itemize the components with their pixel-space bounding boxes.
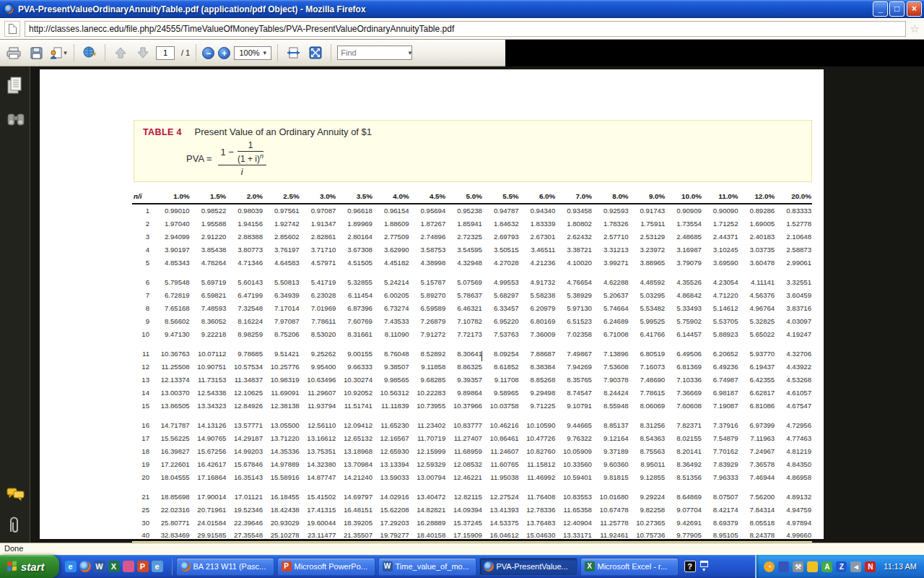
value-cell: 2.53129	[629, 230, 666, 243]
table-row: 2522.0231620.7196119.5234618.4243817.413…	[132, 503, 812, 516]
value-cell: 8.09254	[483, 347, 520, 360]
value-cell: 12.56110	[300, 418, 337, 431]
powerpoint-icon[interactable]: P	[137, 561, 149, 572]
value-cell: 9.89864	[446, 386, 483, 399]
column-header: 7.0%	[556, 191, 593, 204]
show-desktop-icon[interactable]: ▾	[700, 561, 708, 572]
value-cell: 13.86505	[154, 399, 191, 412]
minimize-button[interactable]: _	[873, 1, 888, 17]
save-button[interactable]	[27, 43, 45, 62]
value-cell: 11.60765	[483, 457, 520, 470]
value-cell: 7.16073	[629, 360, 666, 373]
value-cell: 4.86842	[666, 288, 702, 301]
value-cell: 12.15999	[410, 444, 447, 457]
table-number-label: TABLE 4	[143, 127, 182, 137]
taskbar-task-button[interactable]: PMicrosoft PowerPo...	[277, 558, 375, 576]
value-cell: 12.59329	[410, 457, 447, 470]
zoom-in-button[interactable]: +	[218, 47, 230, 59]
value-cell: 4.71220	[702, 288, 739, 301]
help-icon[interactable]: ?	[684, 561, 696, 572]
value-cell: 4.76654	[556, 275, 593, 288]
value-cell: 11.11839	[373, 399, 410, 412]
wrench-icon[interactable]: ⚒	[793, 561, 803, 572]
table-row: 1513.8650513.3432312.8492612.3813811.937…	[132, 399, 812, 412]
value-cell: 11.25778	[593, 516, 629, 529]
value-cell: 22.39646	[227, 516, 263, 529]
table-row: 1917.2260116.4261715.6784614.9788914.323…	[132, 457, 812, 470]
zone-icon[interactable]: Z	[836, 561, 847, 572]
shield-icon[interactable]	[807, 561, 818, 572]
email-button[interactable]: ▾	[49, 43, 68, 62]
url-input[interactable]	[25, 21, 906, 37]
value-cell: 2.91220	[191, 230, 227, 243]
value-cell: 5.32825	[739, 314, 776, 327]
value-cell: 5.38929	[556, 288, 593, 301]
taskbar-task-button[interactable]: BA 213 W11 (Pasc...	[176, 558, 274, 576]
value-cell: 9.12855	[629, 470, 666, 483]
firefox-icon[interactable]	[79, 561, 91, 572]
formula-inner-numerator: 1	[248, 140, 253, 150]
internet-explorer-icon[interactable]: e	[65, 561, 77, 572]
value-cell: 9.81815	[593, 470, 629, 483]
firefox-icon	[180, 561, 191, 571]
key-icon[interactable]	[123, 561, 134, 572]
period-cell: 20	[132, 470, 154, 483]
maximize-button[interactable]: □	[889, 1, 905, 17]
value-cell: 6.49506	[666, 347, 702, 360]
value-cell: 4.27028	[483, 256, 520, 269]
value-cell: 11.29607	[300, 386, 337, 399]
close-button[interactable]: ×	[907, 1, 922, 17]
previous-page-button[interactable]	[111, 43, 130, 62]
update-icon[interactable]: A	[821, 561, 832, 572]
fit-page-button[interactable]	[306, 43, 325, 62]
volume-icon[interactable]: ◄	[850, 561, 861, 572]
value-cell: 4.61057	[775, 386, 812, 399]
page-number-input[interactable]	[156, 46, 175, 60]
save-icon	[30, 47, 43, 59]
outlook-express-icon[interactable]: e	[152, 561, 163, 572]
windows-flag-icon	[7, 561, 17, 571]
value-cell: 10.57534	[227, 360, 263, 373]
clock-icon[interactable]: ◔	[764, 561, 775, 572]
novell-icon[interactable]: N	[865, 561, 876, 572]
value-cell: 11.70719	[410, 431, 447, 444]
period-cell: 15	[132, 399, 154, 412]
comments-panel-button[interactable]	[6, 487, 25, 501]
table-row: 1413.0037012.5433812.1062511.6909111.296…	[132, 386, 812, 399]
fit-width-button[interactable]	[284, 43, 302, 62]
word-icon[interactable]: W	[94, 561, 105, 572]
value-cell: 7.96333	[702, 470, 739, 483]
pva-table-body: 10.990100.985220.980390.975610.970870.96…	[132, 204, 812, 542]
pages-panel-button[interactable]	[6, 77, 24, 95]
value-cell: 15.67256	[191, 444, 227, 457]
value-cell: 4.35526	[666, 275, 702, 288]
zoom-level-select[interactable]: 100% ▾	[234, 46, 271, 60]
taskbar-task-button[interactable]: XMicrosoft Excel - r...	[580, 558, 679, 576]
period-cell: 7	[132, 288, 154, 301]
attachments-panel-button[interactable]	[6, 516, 22, 535]
value-cell: 3.71710	[300, 243, 337, 256]
value-cell: 4.62288	[593, 275, 629, 288]
window-titlebar[interactable]: PVA-PresentValueOrdinaryAnnuityTable.pdf…	[0, 0, 924, 18]
value-cell: 3.10245	[702, 243, 739, 256]
next-page-button[interactable]	[134, 43, 152, 62]
value-cell: 7.32548	[227, 301, 263, 314]
taskbar-task-button[interactable]: WTime_value_of_mo...	[378, 558, 476, 576]
find-box[interactable]: ▾	[337, 46, 412, 60]
find-input[interactable]	[338, 48, 407, 57]
value-cell: 5.60143	[227, 275, 263, 288]
value-cell: 6.49236	[702, 360, 739, 373]
value-cell: 7.84314	[739, 503, 776, 516]
network-icon[interactable]	[778, 561, 789, 572]
bookmark-star-icon[interactable]: ☆	[910, 22, 920, 35]
upload-document-button[interactable]	[80, 43, 99, 62]
taskbar-task-button[interactable]: PVA-PresentValue...	[479, 558, 578, 576]
value-cell: 10.92052	[336, 386, 373, 399]
start-button[interactable]: start	[0, 555, 59, 578]
zoom-out-button[interactable]: −	[202, 47, 214, 59]
value-cell: 6.23028	[300, 288, 337, 301]
search-panel-button[interactable]	[6, 111, 25, 127]
print-button[interactable]	[4, 43, 23, 62]
excel-icon[interactable]: X	[108, 561, 120, 572]
period-cell: 8	[132, 301, 154, 314]
